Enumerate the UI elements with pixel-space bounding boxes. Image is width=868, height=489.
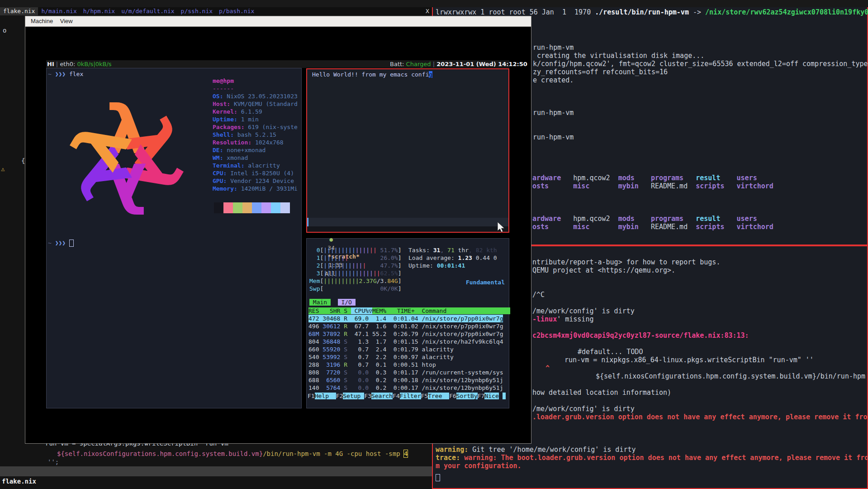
palette-swatch <box>252 202 261 213</box>
desktop-root: HI | enp1s0: 0kB/s|0kB/sBatt: Charged | … <box>0 0 868 489</box>
editor-tab-p-bash-nix[interactable]: p/bash.nix <box>216 7 257 15</box>
palette-swatch <box>271 202 280 213</box>
vm-status-bar <box>46 60 509 68</box>
emacs-modified-dot-icon: ● <box>329 236 333 243</box>
terminal-color-palette <box>214 202 290 213</box>
tab-bar-close-icon[interactable]: X <box>426 7 429 15</box>
palette-swatch <box>261 202 271 213</box>
palette-swatch <box>233 202 242 213</box>
qemu-menu-bar: Machine View <box>25 16 531 27</box>
emacs-major-mode[interactable]: Fundamental <box>466 278 505 287</box>
emacs-scroll-indicator: All <box>325 270 335 277</box>
emacs-modeline-accent-bar <box>307 218 308 226</box>
emacs-buffer-name[interactable]: *scratch* <box>327 253 359 260</box>
editor-tab-h-hpm-nix[interactable]: h/hpm.nix <box>80 7 118 15</box>
qemu-menu-view[interactable]: View <box>60 18 73 24</box>
nixos-logo: λλλλλλ <box>52 91 201 226</box>
vim-statusline-ruler: 84,96-104 <box>300 486 335 489</box>
palette-swatch <box>223 202 233 213</box>
emacs-minibuffer <box>307 226 508 232</box>
vm-emacs-window[interactable] <box>306 68 509 233</box>
emacs-modeline: ● 34 *scratch* 1:33 All Fundamental <box>307 218 508 226</box>
emacs-cursor-position: 1:33 <box>328 262 342 268</box>
palette-swatch <box>242 202 252 213</box>
host-status-bar <box>0 0 868 7</box>
editor-tab-p-ssh-nix[interactable]: p/ssh.nix <box>178 7 216 15</box>
mouse-cursor-icon <box>498 222 508 233</box>
palette-swatch <box>280 202 290 213</box>
emacs-line-number: 34 <box>327 244 335 251</box>
vim-statusline: flake.nix 84,96-104 75% <box>0 466 432 476</box>
palette-swatch <box>214 202 223 213</box>
editor-tab-u-m-default-nix[interactable]: u/m/default.nix <box>118 7 177 15</box>
editor-tab-bar: flake.nixh/main.nixh/hpm.nixu/m/default.… <box>0 7 432 15</box>
qemu-menu-machine[interactable]: Machine <box>31 18 53 24</box>
editor-tab-flake-nix[interactable]: flake.nix <box>0 7 38 15</box>
editor-tab-h-main-nix[interactable]: h/main.nix <box>38 7 80 15</box>
vim-statusline-filename: flake.nix <box>2 476 36 486</box>
